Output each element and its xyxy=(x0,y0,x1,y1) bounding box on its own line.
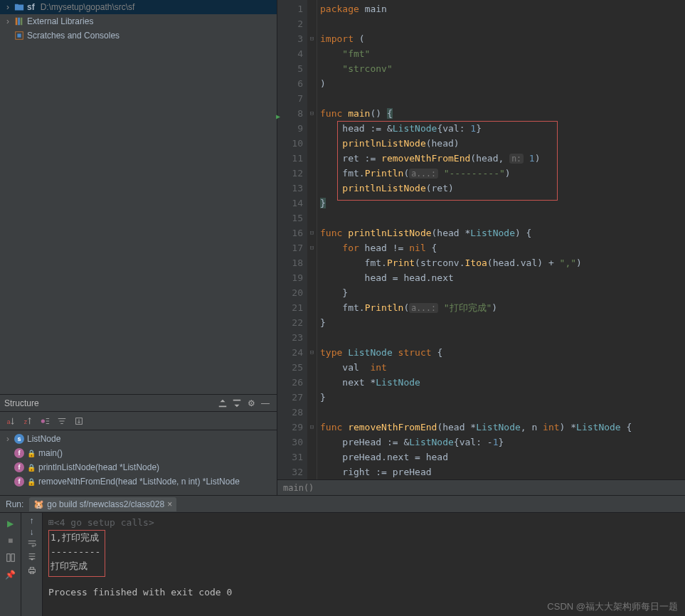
lock-icon: 🔒 xyxy=(27,464,36,472)
structure-item[interactable]: f🔒removeNthFromEnd(head *ListNode, n int… xyxy=(0,474,277,489)
code-editor[interactable]: 1234567▶89101112131415161718192021222324… xyxy=(277,0,685,495)
fold-icon[interactable]: ⊟ xyxy=(310,349,314,356)
structure-toolbar: a z xyxy=(0,412,277,430)
code-line[interactable]: } xyxy=(320,196,685,211)
scratches-consoles[interactable]: Scratches and Consoles xyxy=(0,28,277,43)
code-line[interactable]: head = head.next xyxy=(320,270,685,285)
code-line[interactable] xyxy=(320,211,685,225)
filter-fields-icon[interactable] xyxy=(37,413,53,429)
fold-icon[interactable]: ⊟ xyxy=(310,244,314,251)
fold-icon[interactable]: ⊟ xyxy=(310,229,314,236)
code-line[interactable]: fmt.Println(a...: "打印完成") xyxy=(320,300,685,315)
code-line[interactable]: next *ListNode xyxy=(320,375,685,390)
structure-title: Structure xyxy=(4,398,216,408)
scroll-end-icon[interactable] xyxy=(27,552,37,564)
fold-indicator[interactable]: ⊞ xyxy=(48,517,54,528)
code-line[interactable]: func printlnListNode(head *ListNode) { xyxy=(320,225,685,240)
code-line[interactable] xyxy=(320,330,685,345)
code-line[interactable]: } xyxy=(320,315,685,330)
code-line[interactable]: ) xyxy=(320,76,685,91)
code-line[interactable]: head := &ListNode{val: 1} xyxy=(320,121,685,136)
stop-icon[interactable]: ■ xyxy=(3,533,18,548)
run-label: Run: xyxy=(6,499,23,509)
code-line[interactable]: printlnListNode(ret) xyxy=(320,181,685,196)
print-icon[interactable] xyxy=(27,565,37,578)
struct-icon: s xyxy=(14,434,24,444)
editor-gutter[interactable]: 1234567▶89101112131415161718192021222324… xyxy=(277,0,307,495)
up-icon[interactable]: ↑ xyxy=(30,516,34,526)
scratches-label: Scratches and Consoles xyxy=(27,31,120,41)
chevron-right-icon[interactable]: › xyxy=(4,16,11,26)
code-line[interactable]: func main() { xyxy=(320,106,685,121)
run-tool-window: Run: 🐹 go build sf/newclass2/class028 × … xyxy=(0,495,685,616)
sort-alpha-icon[interactable]: a xyxy=(3,413,18,429)
code-line[interactable]: type ListNode struct { xyxy=(320,345,685,360)
editor-fold-column[interactable]: ⊟⊟⊟⊟⊟⊟ xyxy=(307,0,317,495)
structure-item-label: ListNode xyxy=(27,434,60,444)
run-tab[interactable]: 🐹 go build sf/newclass2/class028 × xyxy=(29,497,176,511)
external-libraries[interactable]: › External Libraries xyxy=(0,14,277,28)
breadcrumb-bar[interactable]: main() xyxy=(277,479,685,495)
code-line[interactable]: printlnListNode(head) xyxy=(320,136,685,151)
code-line[interactable]: for head != nil { xyxy=(320,240,685,255)
code-line[interactable]: ret := removeNthFromEnd(head, n: 1) xyxy=(320,151,685,166)
gear-icon[interactable]: ⚙ xyxy=(244,396,258,410)
console-line: 1,打印完成 xyxy=(51,531,100,545)
code-line[interactable] xyxy=(320,16,685,31)
console-exit-line: Process finished with exit code 0 xyxy=(48,585,679,600)
filter-methods-icon[interactable] xyxy=(54,413,70,429)
code-line[interactable]: fmt.Print(strconv.Itoa(head.val) + ",") xyxy=(320,255,685,270)
run-tab-title: go build sf/newclass2/class028 xyxy=(47,499,164,509)
sort-visibility-icon[interactable]: z xyxy=(20,413,36,429)
code-line[interactable]: preHead.next = head xyxy=(320,450,685,464)
collapse-all-icon[interactable] xyxy=(230,396,244,410)
structure-item[interactable]: ›sListNode xyxy=(0,432,277,446)
code-line[interactable]: preHead := &ListNode{val: -1} xyxy=(320,435,685,450)
go-icon: 🐹 xyxy=(33,499,44,509)
code-line[interactable]: fmt.Println(a...: "---------") xyxy=(320,166,685,181)
code-line[interactable] xyxy=(320,405,685,420)
fold-icon[interactable]: ⊟ xyxy=(310,35,314,42)
code-line[interactable]: "strconv" xyxy=(320,61,685,76)
external-libraries-label: External Libraries xyxy=(27,16,93,26)
watermark: CSDN @福大大架构师每日一题 xyxy=(547,600,678,613)
rerun-icon[interactable]: ▶ xyxy=(3,516,18,531)
structure-item[interactable]: f🔒main() xyxy=(0,446,277,460)
code-line[interactable]: import ( xyxy=(320,31,685,46)
svg-rect-12 xyxy=(30,568,33,570)
expand-all-icon[interactable] xyxy=(216,396,230,410)
autoscroll-icon[interactable] xyxy=(71,413,87,429)
run-action-toolbar: ▶ ■ 📌 xyxy=(0,513,21,616)
code-line[interactable] xyxy=(320,91,685,106)
structure-list[interactable]: ›sListNode f🔒main() f🔒printlnListNode(he… xyxy=(0,430,277,495)
fold-icon[interactable]: ⊟ xyxy=(310,110,314,117)
hide-icon[interactable]: — xyxy=(258,396,272,410)
chevron-right-icon[interactable]: › xyxy=(4,434,11,444)
layout-icon[interactable] xyxy=(3,550,18,565)
code-line[interactable]: val int xyxy=(320,360,685,375)
lock-icon: 🔒 xyxy=(27,478,36,486)
fold-icon[interactable]: ⊟ xyxy=(310,423,314,430)
structure-item-label: printlnListNode(head *ListNode) xyxy=(38,462,159,472)
svg-rect-1 xyxy=(18,18,20,26)
project-tree[interactable]: › sf D:\mysetup\gopath\src\sf › External… xyxy=(0,0,277,394)
close-icon[interactable]: × xyxy=(167,499,172,509)
lock-icon: 🔒 xyxy=(27,450,36,457)
project-root[interactable]: › sf D:\mysetup\gopath\src\sf xyxy=(0,0,277,14)
editor-code-area[interactable]: package mainimport ( "fmt" "strconv")fun… xyxy=(317,0,685,495)
code-line[interactable]: } xyxy=(320,285,685,300)
code-line[interactable]: "fmt" xyxy=(320,46,685,61)
code-line[interactable]: } xyxy=(320,390,685,405)
structure-item[interactable]: f🔒printlnListNode(head *ListNode) xyxy=(0,460,277,474)
pin-icon[interactable]: 📌 xyxy=(3,567,18,583)
code-line[interactable]: right := preHead xyxy=(320,464,685,479)
code-line[interactable]: func removeNthFromEnd(head *ListNode, n … xyxy=(320,420,685,435)
func-icon: f xyxy=(14,448,24,458)
svg-rect-0 xyxy=(16,18,18,26)
soft-wrap-icon[interactable] xyxy=(27,538,37,551)
svg-rect-9 xyxy=(6,554,9,562)
code-line[interactable]: package main xyxy=(320,1,685,16)
chevron-right-icon[interactable]: › xyxy=(4,2,11,12)
down-icon[interactable]: ↓ xyxy=(30,527,34,537)
breadcrumb-item[interactable]: main() xyxy=(283,483,314,493)
